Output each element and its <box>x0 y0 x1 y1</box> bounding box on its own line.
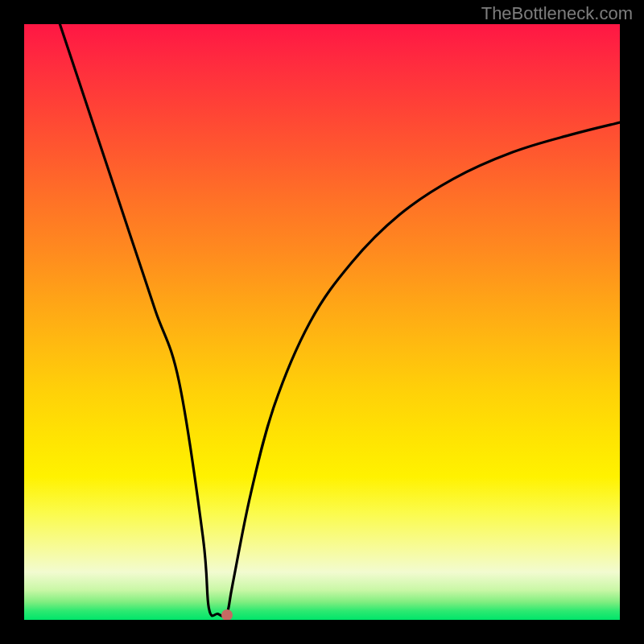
plot-area <box>24 24 620 620</box>
curve-svg <box>24 24 620 620</box>
curve-path <box>60 24 620 617</box>
watermark-text: TheBottleneck.com <box>481 3 633 24</box>
chart-container: TheBottleneck.com <box>0 0 644 644</box>
marker-dot <box>221 609 233 620</box>
